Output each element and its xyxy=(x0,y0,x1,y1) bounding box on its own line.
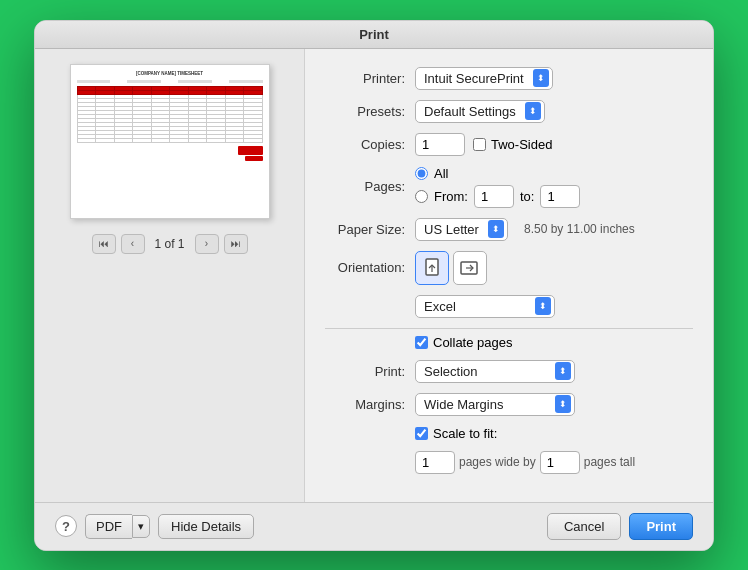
copies-label: Copies: xyxy=(325,137,415,152)
page-indicator: 1 of 1 xyxy=(150,237,190,251)
printer-row: Printer: Intuit SecurePrint ⬍ xyxy=(325,67,693,90)
copies-input[interactable] xyxy=(415,133,465,156)
pages-to-label: to: xyxy=(520,189,534,204)
excel-select-wrapper[interactable]: Excel ⬍ xyxy=(415,295,555,318)
excel-select[interactable]: Excel xyxy=(415,295,555,318)
pages-wide-label: pages wide by xyxy=(459,455,536,469)
two-sided-label: Two-Sided xyxy=(491,137,552,152)
pages-all-label: All xyxy=(434,166,448,181)
print-select[interactable]: Selection Active Sheets Entire Workbook xyxy=(415,360,575,383)
print-button[interactable]: Print xyxy=(629,513,693,540)
dialog-title: Print xyxy=(359,27,389,42)
paper-size-info: 8.50 by 11.00 inches xyxy=(524,222,635,236)
title-bar: Print xyxy=(35,21,713,49)
two-sided-option: Two-Sided xyxy=(473,137,552,152)
page-preview: [COMPANY NAME] TIMESHEET xyxy=(70,64,270,219)
preview-doc-title: [COMPANY NAME] TIMESHEET xyxy=(77,71,263,76)
scale-label: Scale to fit: xyxy=(433,426,497,441)
printer-label: Printer: xyxy=(325,71,415,86)
pages-all-radio[interactable] xyxy=(415,167,428,180)
orientation-row: Orientation: xyxy=(325,251,693,285)
print-select-wrapper[interactable]: Selection Active Sheets Entire Workbook … xyxy=(415,360,575,383)
excel-row: Excel ⬍ xyxy=(325,295,693,318)
paper-size-label: Paper Size: xyxy=(325,222,415,237)
printer-select-wrapper[interactable]: Intuit SecurePrint ⬍ xyxy=(415,67,553,90)
scale-row: Scale to fit: xyxy=(325,426,693,441)
pages-section: All From: to: xyxy=(415,166,580,208)
landscape-icon xyxy=(460,260,480,276)
presets-label: Presets: xyxy=(325,104,415,119)
scale-values-row: pages wide by pages tall xyxy=(325,451,693,474)
paper-size-select[interactable]: US Letter A4 Legal xyxy=(415,218,508,241)
pages-tall-input[interactable] xyxy=(540,451,580,474)
scale-option: Scale to fit: xyxy=(415,426,497,441)
pages-tall-label: pages tall xyxy=(584,455,635,469)
margins-select-wrapper[interactable]: Wide Margins Normal Margins Narrow Margi… xyxy=(415,393,575,416)
collate-row: Collate pages xyxy=(325,335,693,350)
margins-label: Margins: xyxy=(325,397,415,412)
scale-checkbox[interactable] xyxy=(415,427,428,440)
landscape-button[interactable] xyxy=(453,251,487,285)
print-dialog: Print [COMPANY NAME] TIMESHEET xyxy=(34,20,714,551)
print-label: Print: xyxy=(325,364,415,379)
presets-select[interactable]: Default Settings xyxy=(415,100,545,123)
divider-1 xyxy=(325,328,693,329)
copies-row: Copies: Two-Sided xyxy=(325,133,693,156)
last-page-button[interactable]: ⏭ xyxy=(224,234,248,254)
preview-panel: [COMPANY NAME] TIMESHEET xyxy=(35,49,305,502)
print-row: Print: Selection Active Sheets Entire Wo… xyxy=(325,360,693,383)
collate-label: Collate pages xyxy=(433,335,513,350)
page-navigation: ⏮ ‹ 1 of 1 › ⏭ xyxy=(92,234,248,254)
pages-label: Pages: xyxy=(325,179,415,194)
next-page-button[interactable]: › xyxy=(195,234,219,254)
margins-row: Margins: Wide Margins Normal Margins Nar… xyxy=(325,393,693,416)
presets-row: Presets: Default Settings ⬍ xyxy=(325,100,693,123)
collate-option: Collate pages xyxy=(415,335,513,350)
pdf-dropdown-button[interactable]: ▾ xyxy=(132,515,150,538)
pdf-button[interactable]: PDF xyxy=(85,514,132,539)
prev-page-button[interactable]: ‹ xyxy=(121,234,145,254)
pdf-button-group: PDF ▾ xyxy=(85,514,150,539)
paper-size-select-wrapper[interactable]: US Letter A4 Legal ⬍ xyxy=(415,218,508,241)
portrait-button[interactable] xyxy=(415,251,449,285)
orientation-label: Orientation: xyxy=(325,260,415,275)
margins-select[interactable]: Wide Margins Normal Margins Narrow Margi… xyxy=(415,393,575,416)
collate-checkbox[interactable] xyxy=(415,336,428,349)
orientation-buttons xyxy=(415,251,487,285)
pages-wide-input[interactable] xyxy=(415,451,455,474)
cancel-button[interactable]: Cancel xyxy=(547,513,621,540)
paper-size-row: Paper Size: US Letter A4 Legal ⬍ 8.50 by… xyxy=(325,218,693,241)
printer-select[interactable]: Intuit SecurePrint xyxy=(415,67,553,90)
presets-select-wrapper[interactable]: Default Settings ⬍ xyxy=(415,100,545,123)
pages-from-radio[interactable] xyxy=(415,190,428,203)
settings-panel: Printer: Intuit SecurePrint ⬍ Presets: xyxy=(305,49,713,502)
pages-from-input[interactable] xyxy=(474,185,514,208)
pages-to-input[interactable] xyxy=(540,185,580,208)
hide-details-button[interactable]: Hide Details xyxy=(158,514,254,539)
portrait-icon xyxy=(424,258,440,278)
two-sided-checkbox[interactable] xyxy=(473,138,486,151)
pages-from-label: From: xyxy=(434,189,468,204)
first-page-button[interactable]: ⏮ xyxy=(92,234,116,254)
help-button[interactable]: ? xyxy=(55,515,77,537)
pages-row: Pages: All From: to: xyxy=(325,166,693,208)
dialog-footer: ? PDF ▾ Hide Details Cancel Print xyxy=(35,502,713,550)
